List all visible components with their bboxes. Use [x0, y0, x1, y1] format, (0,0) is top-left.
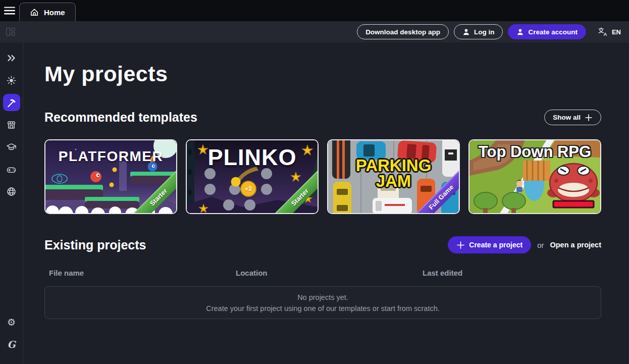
sidebar-item-get-started[interactable] [3, 72, 20, 89]
create-project-label: Create a project [469, 241, 522, 249]
empty-projects-placeholder: No projects yet. Create your first proje… [44, 286, 601, 319]
download-desktop-app-button[interactable]: Download desktop app [357, 24, 449, 39]
sidebar-item-learn[interactable] [3, 138, 20, 155]
template-card-plinko[interactable]: ★ ★ ★ ★ ★ ★ ★ PLINKO +2 Starter [186, 139, 319, 214]
sidebar-item-build[interactable] [3, 94, 20, 111]
or-text: or [537, 241, 544, 249]
open-project-button[interactable]: Open a project [550, 241, 601, 249]
templates-section-title: Recommended templates [44, 110, 197, 125]
sun-icon [6, 75, 17, 86]
svg-text:★: ★ [291, 171, 301, 183]
template-card-platformer[interactable]: PLATFORMER Starter [44, 139, 177, 214]
top-tab-bar: Home [0, 0, 629, 21]
svg-text:A: A [603, 31, 607, 37]
sidebar-item-play[interactable] [3, 161, 20, 178]
svg-text:★: ★ [199, 203, 208, 213]
empty-state-line1: No projects yet. [297, 292, 348, 303]
sidebar: ⚙ G [0, 42, 23, 364]
tab-home[interactable]: Home [19, 3, 76, 21]
template-card-top-down-rpg[interactable]: Top Down RPG [468, 139, 601, 214]
gear-icon: ⚙ [7, 318, 16, 327]
gdevelop-home-screen: Home Download desktop app Log in [0, 0, 629, 364]
svg-text:★: ★ [294, 191, 299, 198]
download-desktop-app-label: Download desktop app [365, 28, 440, 36]
language-selector[interactable]: A EN [598, 27, 621, 37]
person-icon [462, 28, 470, 36]
preferences-button[interactable]: ⚙ [3, 314, 20, 331]
template-card-parking-jam[interactable]: PARKING JAM Full Game [327, 139, 460, 214]
plinko-card-art: ★ ★ ★ ★ ★ ★ ★ [187, 140, 318, 213]
plus-icon [456, 241, 465, 249]
parking-jam-card-art [328, 140, 459, 213]
expand-sidebar-button[interactable] [3, 49, 20, 67]
top-down-rpg-card-art [469, 140, 600, 213]
gamepad-icon [6, 164, 17, 175]
home-icon [30, 8, 39, 17]
column-header-file-name: File name [49, 269, 236, 277]
template-cards-row: PLATFORMER Starter [44, 139, 601, 214]
empty-state-line2: Create your first project using one of o… [206, 303, 440, 314]
toolbar: Download desktop app Log in Create accou… [0, 21, 629, 42]
tab-home-label: Home [44, 8, 65, 17]
sidebar-item-community[interactable] [3, 183, 20, 200]
login-button[interactable]: Log in [454, 24, 503, 39]
gdevelop-logo-icon: G [7, 339, 15, 350]
plus-icon [585, 114, 593, 122]
page-title: My projects [44, 62, 601, 86]
globe-icon [6, 186, 17, 197]
hamburger-icon [4, 6, 16, 15]
svg-text:★: ★ [301, 184, 307, 192]
main-content: My projects Recommended templates Show a… [23, 42, 629, 364]
create-project-button[interactable]: Create a project [448, 236, 531, 253]
layout-panels-icon[interactable] [5, 26, 16, 37]
main-menu-button[interactable] [0, 0, 19, 21]
pickaxe-icon [6, 97, 17, 108]
platformer-card-art [45, 140, 176, 213]
sidebar-item-shop[interactable] [3, 116, 20, 133]
svg-text:★: ★ [198, 143, 208, 156]
column-header-location: Location [236, 269, 423, 277]
person-icon [516, 28, 524, 36]
show-all-templates-button[interactable]: Show all [544, 110, 601, 125]
show-all-label: Show all [553, 114, 581, 121]
login-label: Log in [474, 28, 495, 36]
storefront-icon [6, 120, 17, 130]
about-gdevelop-button[interactable]: G [3, 336, 20, 353]
svg-text:★: ★ [302, 143, 313, 157]
svg-text:★: ★ [304, 194, 312, 204]
column-header-last-edited: Last edited [423, 269, 601, 277]
graduation-cap-icon [6, 142, 17, 152]
projects-table-header: File name Location Last edited [44, 269, 601, 277]
create-account-label: Create account [528, 28, 578, 36]
projects-section-title: Existing projects [44, 238, 146, 252]
language-label: EN [612, 28, 621, 36]
double-chevron-right-icon [6, 53, 17, 64]
create-account-button[interactable]: Create account [508, 24, 586, 39]
translate-icon: A [598, 27, 608, 37]
